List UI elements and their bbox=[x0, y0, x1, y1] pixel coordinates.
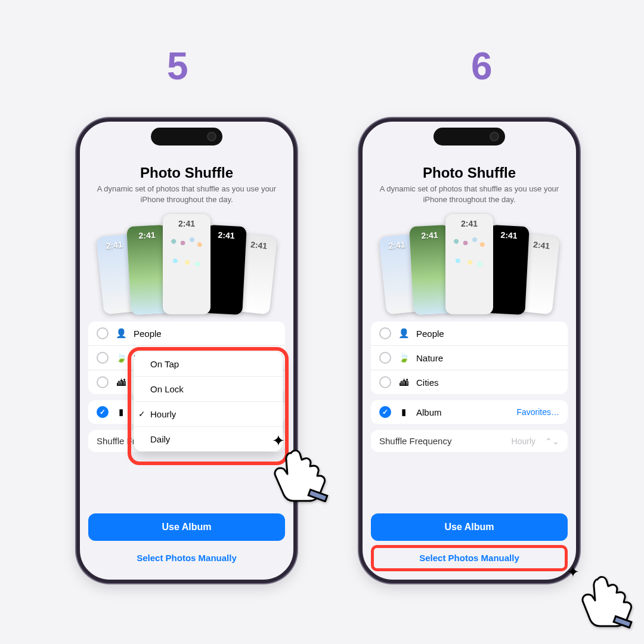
frequency-value: Hourly bbox=[512, 436, 535, 446]
row-album[interactable]: ▮ Album Favorites… bbox=[371, 400, 568, 424]
radio-unchecked-icon[interactable] bbox=[379, 327, 391, 339]
popup-option-ontap[interactable]: On Tap bbox=[134, 352, 283, 376]
wallpaper-preview: 2:41 2:41 2:41 2:41 2:41 bbox=[371, 214, 568, 314]
category-list: 👤 People 🍃 Nature 🏙 Cities bbox=[371, 321, 568, 394]
preview-time: 2:41 bbox=[242, 239, 277, 252]
page-subtitle: A dynamic set of photos that shuffle as … bbox=[371, 184, 568, 205]
preview-time: 2:41 bbox=[379, 239, 414, 252]
phone-step-6: Photo Shuffle A dynamic set of photos th… bbox=[359, 118, 580, 583]
popup-option-hourly[interactable]: ✓Hourly bbox=[134, 401, 283, 426]
radio-checked-icon[interactable] bbox=[97, 406, 109, 418]
album-value[interactable]: Favorites… bbox=[516, 407, 559, 417]
page-title: Photo Shuffle bbox=[88, 165, 285, 181]
frequency-popup: On Tap On Lock ✓Hourly Daily bbox=[134, 352, 283, 451]
use-album-button[interactable]: Use Album bbox=[371, 513, 568, 541]
check-icon: ✓ bbox=[138, 409, 145, 419]
wallpaper-preview: 2:41 2:41 2:41 2:41 2:41 bbox=[88, 214, 285, 314]
person-icon: 👤 bbox=[116, 328, 126, 339]
phone-step-5: Photo Shuffle A dynamic set of photos th… bbox=[76, 118, 297, 583]
row-label: Cities bbox=[416, 377, 439, 388]
city-icon: 🏙 bbox=[398, 377, 409, 388]
person-icon: 👤 bbox=[398, 328, 409, 339]
select-photos-manually-button[interactable]: Select Photos Manually bbox=[88, 546, 285, 570]
row-nature[interactable]: 🍃 Nature bbox=[371, 345, 568, 370]
album-icon: ▮ bbox=[398, 407, 409, 417]
step-number-6: 6 bbox=[471, 44, 493, 88]
updown-icon: ⌃⌄ bbox=[545, 436, 559, 446]
row-label: Nature bbox=[416, 353, 443, 363]
radio-unchecked-icon[interactable] bbox=[97, 352, 109, 364]
preview-time: 2:41 bbox=[206, 230, 247, 241]
select-photos-manually-button[interactable]: Select Photos Manually bbox=[371, 546, 568, 570]
step-number-5: 5 bbox=[167, 44, 188, 88]
radio-unchecked-icon[interactable] bbox=[379, 376, 391, 388]
page-subtitle: A dynamic set of photos that shuffle as … bbox=[88, 184, 285, 205]
leaf-icon: 🍃 bbox=[398, 352, 409, 363]
row-label: People bbox=[134, 329, 162, 339]
use-album-button[interactable]: Use Album bbox=[88, 513, 285, 541]
row-label: Album bbox=[416, 407, 442, 417]
radio-unchecked-icon[interactable] bbox=[379, 352, 391, 364]
preview-time: 2:41 bbox=[126, 230, 167, 241]
preview-time: 2:41 bbox=[409, 230, 450, 241]
row-cities[interactable]: 🏙 Cities bbox=[371, 370, 568, 394]
album-icon: ▮ bbox=[116, 407, 126, 417]
shuffle-frequency-list: Shuffle Frequency Hourly ⌃⌄ bbox=[371, 430, 568, 452]
popup-option-label: Hourly bbox=[150, 409, 176, 419]
row-people[interactable]: 👤 People bbox=[88, 321, 285, 345]
preview-time: 2:41 bbox=[97, 239, 132, 252]
preview-time: 2:41 bbox=[163, 219, 210, 228]
row-label: Shuffle Frequency bbox=[379, 436, 451, 446]
radio-unchecked-icon[interactable] bbox=[97, 327, 109, 339]
album-list: ▮ Album Favorites… bbox=[371, 400, 568, 424]
popup-option-label: On Tap bbox=[150, 359, 179, 369]
popup-option-label: Daily bbox=[150, 434, 170, 444]
page-title: Photo Shuffle bbox=[371, 165, 568, 181]
radio-checked-icon[interactable] bbox=[379, 406, 391, 418]
popup-option-label: On Lock bbox=[150, 384, 184, 394]
preview-time: 2:41 bbox=[524, 239, 559, 252]
tap-hand-icon: ✦ bbox=[576, 571, 636, 631]
preview-time: 2:41 bbox=[445, 219, 493, 228]
tap-hand-icon: ✦ bbox=[267, 442, 333, 504]
city-icon: 🏙 bbox=[116, 377, 126, 388]
row-label: People bbox=[416, 329, 444, 339]
row-people[interactable]: 👤 People bbox=[371, 321, 568, 345]
popup-option-daily[interactable]: Daily bbox=[134, 426, 283, 451]
radio-unchecked-icon[interactable] bbox=[97, 376, 109, 388]
row-shuffle-frequency[interactable]: Shuffle Frequency Hourly ⌃⌄ bbox=[371, 430, 568, 452]
leaf-icon: 🍃 bbox=[116, 352, 126, 363]
popup-option-onlock[interactable]: On Lock bbox=[134, 376, 283, 401]
preview-time: 2:41 bbox=[489, 230, 530, 241]
